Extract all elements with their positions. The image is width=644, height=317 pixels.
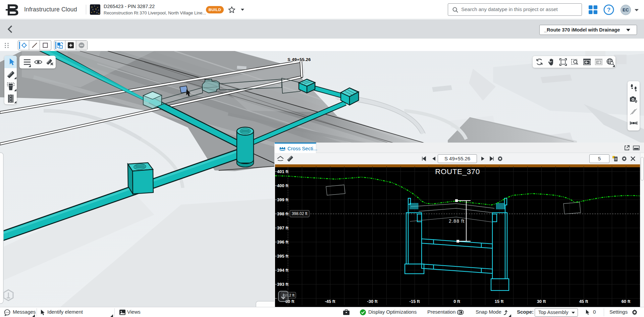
svg-text:0 ft: 0 ft — [453, 299, 460, 304]
svg-text:ROUTE_370: ROUTE_370 — [435, 167, 480, 176]
svg-text:-15 ft: -15 ft — [409, 299, 420, 304]
svg-text:395 ft: 395 ft — [277, 254, 289, 259]
svg-text:?: ? — [607, 7, 610, 13]
svg-text:394 ft: 394 ft — [277, 268, 289, 273]
svg-text:393 ft: 393 ft — [277, 282, 289, 287]
svg-text:399 ft: 399 ft — [277, 197, 289, 202]
svg-text:397 ft: 397 ft — [277, 225, 289, 230]
svg-text:60 ft: 60 ft — [622, 299, 631, 304]
svg-text:2.88 ft: 2.88 ft — [449, 218, 465, 224]
svg-text:401 ft: 401 ft — [277, 169, 289, 174]
svg-text:15 ft: 15 ft — [495, 299, 504, 304]
svg-text:396 ft: 396 ft — [277, 240, 289, 245]
svg-text:398 ft: 398 ft — [277, 211, 289, 216]
svg-text:S 49+55.26: S 49+55.26 — [287, 57, 311, 62]
svg-text:-45 ft: -45 ft — [325, 299, 335, 304]
svg-text:45 ft: 45 ft — [579, 299, 588, 304]
svg-text:-30 ft: -30 ft — [367, 299, 378, 304]
svg-text:400 ft: 400 ft — [277, 183, 289, 188]
svg-text:398.02 ft: 398.02 ft — [292, 211, 308, 216]
svg-text:30 ft: 30 ft — [537, 299, 546, 304]
